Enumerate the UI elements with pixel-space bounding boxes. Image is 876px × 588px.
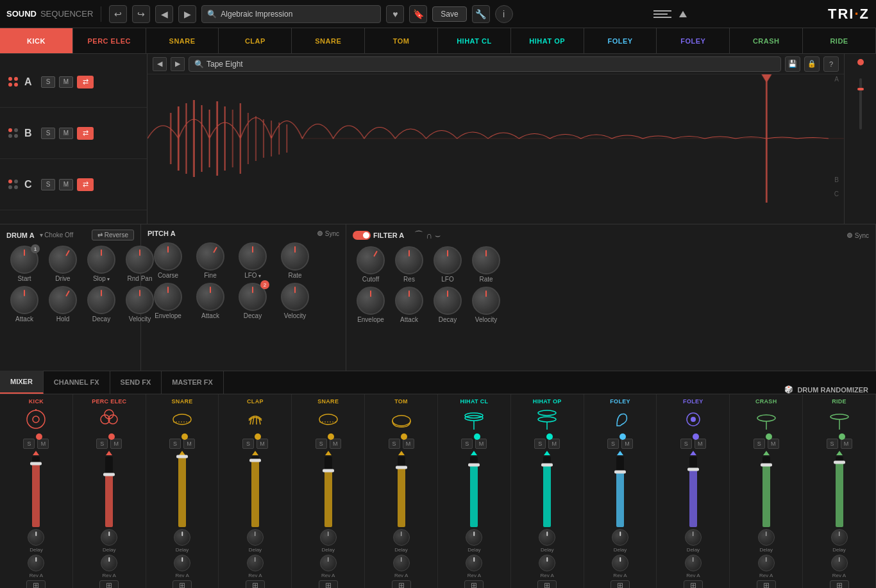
wf-help-button[interactable]: ? [823,56,839,72]
ch-solo-btn[interactable]: S [754,439,765,449]
fader-track[interactable] [105,457,113,527]
prev-button[interactable]: ◀ [155,5,173,23]
fader-arrow[interactable] [252,451,258,455]
rate-filter-knob[interactable] [472,246,500,274]
drum-tab-crash[interactable]: CRASH [730,28,803,53]
reverse-button[interactable]: ⇄ Reverse [92,230,134,240]
ch-solo-btn[interactable]: S [461,439,473,449]
ch-rev-knob[interactable] [320,555,337,571]
solo-b-button[interactable]: S [41,128,55,139]
mixer-tab-mixer[interactable]: MIXER [0,371,44,394]
ch-mute-btn[interactable]: M [37,439,49,449]
envelope-pitch-knob[interactable] [154,283,182,311]
lfo-pitch-knob[interactable] [239,242,267,271]
fader-track[interactable] [324,457,332,527]
ch-delay-knob[interactable] [101,529,117,546]
ch-rev-knob[interactable] [831,555,848,571]
ch-rev-knob[interactable] [612,555,628,571]
side-slider[interactable] [859,78,862,130]
filter-lowpass-icon[interactable]: ⌒ [414,230,423,241]
fader-arrow[interactable] [106,451,112,455]
mixer-tab-master-fx[interactable]: MASTER FX [162,371,224,394]
ch-eq-btn[interactable]: ⊞ [392,580,411,588]
ch-solo-btn[interactable]: S [607,439,619,449]
ch-solo-btn[interactable]: S [389,439,400,449]
ch-eq-btn[interactable]: ⊞ [26,580,46,588]
ch-eq-btn[interactable]: ⊞ [757,580,776,588]
wf-save-button[interactable]: 💾 [785,56,800,72]
solo-c-button[interactable]: S [41,179,55,190]
ch-delay-knob[interactable] [539,529,555,546]
drum-tab-ride[interactable]: RIDE [803,28,876,53]
ch-mute-btn[interactable]: M [621,439,633,449]
fine-knob[interactable] [196,242,224,271]
ch-delay-knob[interactable] [28,529,44,546]
ch-eq-btn[interactable]: ⊞ [830,580,849,588]
fader-track[interactable] [470,457,478,527]
filter-bandpass-icon[interactable]: ∩ [426,230,432,240]
fader-track[interactable] [762,457,770,527]
ch-mute-btn[interactable]: M [475,439,487,449]
fader-arrow[interactable] [33,451,39,455]
drum-randomizer[interactable]: 🎲 DRUM RANDOMIZER [784,385,876,394]
ch-rev-knob[interactable] [101,555,117,571]
ch-rev-knob[interactable] [685,555,702,571]
coarse-knob[interactable] [154,242,182,271]
ch-mute-btn[interactable]: M [768,439,779,449]
link-b-button[interactable]: ⇄ [77,127,94,140]
ch-mute-btn[interactable]: M [330,439,341,449]
fader-track[interactable] [32,457,40,527]
decay-filter-knob[interactable] [434,287,462,315]
filter-highpass-icon[interactable]: ⌣ [435,230,441,241]
fader-track[interactable] [836,457,843,527]
fader-arrow[interactable] [763,451,770,455]
attack-pitch-knob[interactable] [196,283,224,311]
start-knob[interactable]: 1 [10,246,38,274]
ch-eq-btn[interactable]: ⊞ [464,580,484,588]
ch-delay-knob[interactable] [466,529,482,546]
ch-rev-knob[interactable] [393,555,410,571]
ch-solo-btn[interactable]: S [316,439,327,449]
ch-delay-knob[interactable] [831,529,848,546]
attack-da-knob[interactable] [10,286,38,314]
ch-delay-knob[interactable] [758,529,775,546]
res-knob[interactable] [395,246,423,274]
fader-track[interactable] [689,457,697,527]
drum-tab-tom[interactable]: TOM [365,28,438,53]
lfo-filter-knob[interactable] [434,246,462,274]
slop-knob[interactable] [87,246,115,274]
decay-da-knob[interactable] [87,286,115,314]
mixer-tab-send-fx[interactable]: SEND FX [110,371,162,394]
drum-tab-snare2[interactable]: SNARE [292,28,365,53]
drum-tab-foley2[interactable]: FOLEY [657,28,730,53]
rate-pitch-knob[interactable] [281,242,309,271]
wf-next-button[interactable]: ▶ [171,57,185,71]
fader-track[interactable] [251,457,259,527]
ch-mute-btn[interactable]: M [110,439,122,449]
ch-eq-btn[interactable]: ⊞ [537,580,557,588]
ch-solo-btn[interactable]: S [242,439,254,449]
ch-mute-btn[interactable]: M [257,439,268,449]
ch-mute-btn[interactable]: M [183,439,195,449]
ch-solo-btn[interactable]: S [169,439,181,449]
wf-lock-button[interactable]: 🔒 [804,56,820,72]
undo-button[interactable]: ↩ [109,5,127,23]
velocity-pitch-knob[interactable] [281,283,309,311]
hold-knob[interactable] [49,286,77,314]
ch-eq-btn[interactable]: ⊞ [684,580,703,588]
drum-tab-clap[interactable]: CLAP [219,28,292,53]
fader-track[interactable] [616,457,624,527]
ch-rev-knob[interactable] [539,555,555,571]
fader-arrow[interactable] [544,451,550,455]
solo-a-button[interactable]: S [41,76,55,88]
ch-delay-knob[interactable] [612,529,628,546]
ch-mute-btn[interactable]: M [548,439,560,449]
ch-delay-knob[interactable] [393,529,410,546]
drum-tab-snare1[interactable]: SNARE [146,28,219,53]
ch-eq-btn[interactable]: ⊞ [319,580,338,588]
fader-track[interactable] [543,457,551,527]
velocity-filter-knob[interactable] [472,287,500,315]
attack-filter-knob[interactable] [395,287,423,315]
drum-tab-foley1[interactable]: FOLEY [584,28,657,53]
ch-solo-btn[interactable]: S [96,439,108,449]
